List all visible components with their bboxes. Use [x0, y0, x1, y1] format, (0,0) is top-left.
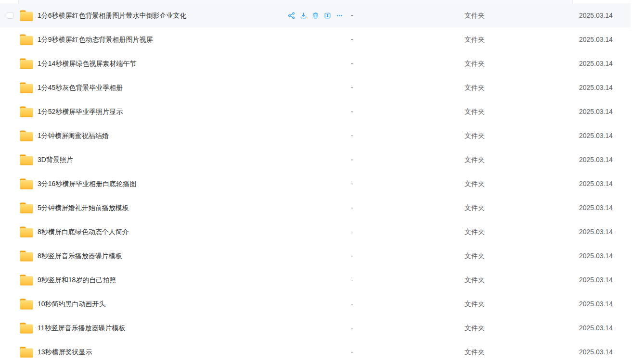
- folder-icon: [19, 81, 34, 94]
- table-row[interactable]: 3D背景照片 - 文件夹 2025.03.14 21:33: [0, 148, 631, 172]
- folder-icon: [19, 153, 34, 166]
- file-type: 文件夹: [464, 3, 485, 27]
- folder-icon: [19, 33, 34, 46]
- file-manager-page: 1分6秒横屏红色背景相册图片带水中倒影企业文化: [0, 0, 644, 362]
- file-type: 文件夹: [464, 51, 485, 75]
- row-actions: [288, 3, 343, 27]
- share-icon[interactable]: [288, 12, 295, 19]
- folder-icon: [19, 177, 34, 190]
- folder-icon: [19, 298, 34, 310]
- file-type: 文件夹: [464, 220, 485, 244]
- download-icon[interactable]: [300, 12, 307, 19]
- file-type: 文件夹: [464, 124, 485, 148]
- table-row[interactable]: 1分52秒横屏毕业季照片显示 - 文件夹 2025.03.14 21:33: [0, 100, 631, 124]
- folder-icon: [19, 57, 34, 70]
- file-size: -: [351, 3, 353, 27]
- file-type: 文件夹: [464, 292, 485, 316]
- file-size: -: [351, 220, 353, 244]
- file-size: -: [351, 75, 353, 100]
- file-table: 1分6秒横屏红色背景相册图片带水中倒影企业文化: [0, 3, 631, 362]
- table-row[interactable]: 1分45秒灰色背景毕业季相册 - 文件夹 2025.03.14 21:33: [0, 75, 631, 100]
- file-name[interactable]: 8秒横屏白底绿色动态个人简介: [38, 220, 129, 244]
- file-type: 文件夹: [464, 340, 485, 362]
- file-name[interactable]: 3D背景照片: [38, 148, 73, 172]
- file-type: 文件夹: [464, 75, 485, 100]
- file-type: 文件夹: [464, 27, 485, 51]
- file-size: -: [351, 27, 353, 51]
- file-name[interactable]: 8秒竖屏音乐播放器碟片模板: [38, 244, 122, 268]
- table-row[interactable]: 3分16秒横屏毕业相册白底轮播图 - 文件夹 2025.03.14 21:33: [0, 172, 631, 196]
- file-name[interactable]: 10秒简约黑白动画开头: [38, 292, 106, 316]
- more-icon[interactable]: [336, 12, 343, 19]
- file-name[interactable]: 1分45秒灰色背景毕业季相册: [38, 75, 123, 100]
- file-name[interactable]: 13秒横屏奖状显示: [38, 340, 92, 362]
- header-column-segment: [18, 0, 573, 3]
- folder-icon: [19, 250, 34, 262]
- file-size: -: [351, 268, 353, 292]
- file-name[interactable]: 1分9秒横屏红色动态背景相册图片视屏: [38, 27, 153, 51]
- folder-icon: [19, 274, 34, 286]
- file-date: 2025.03.14 21:33: [579, 340, 631, 362]
- file-size: -: [351, 100, 353, 124]
- rename-icon[interactable]: [324, 12, 331, 19]
- folder-icon: [19, 322, 34, 334]
- file-size: -: [351, 51, 353, 75]
- folder-icon: [19, 105, 34, 118]
- table-row[interactable]: 9秒竖屏和18岁的自己拍照 - 文件夹 2025.03.14 21:33: [0, 268, 631, 292]
- table-row[interactable]: 1分6秒横屏红色背景相册图片带水中倒影企业文化: [0, 3, 631, 27]
- table-row[interactable]: 5分钟横屏婚礼开始前播放模板 - 文件夹 2025.03.14 21:33: [0, 196, 631, 220]
- file-name[interactable]: 1分钟横屏闺蜜祝福结婚: [38, 124, 109, 148]
- file-size: -: [351, 196, 353, 220]
- file-type: 文件夹: [464, 196, 485, 220]
- table-row[interactable]: 1分14秒横屏绿色视屏素材端午节 - 文件夹 2025.03.14 21:33: [0, 51, 631, 75]
- file-name[interactable]: 11秒竖屏音乐播放器碟片模板: [38, 316, 126, 340]
- file-size: -: [351, 316, 353, 340]
- folder-icon: [19, 346, 34, 358]
- row-checkbox[interactable]: [7, 12, 13, 19]
- folder-icon: [19, 201, 34, 214]
- file-size: -: [351, 292, 353, 316]
- file-size: -: [351, 340, 353, 362]
- file-size: -: [351, 148, 353, 172]
- file-name[interactable]: 5分钟横屏婚礼开始前播放模板: [38, 196, 129, 220]
- file-type: 文件夹: [464, 316, 485, 340]
- folder-icon: [19, 225, 34, 238]
- table-row[interactable]: 11秒竖屏音乐播放器碟片模板 - 文件夹 2025.03.14 21:33: [0, 316, 631, 340]
- file-name[interactable]: 1分6秒横屏红色背景相册图片带水中倒影企业文化: [38, 3, 187, 27]
- table-row[interactable]: 1分钟横屏闺蜜祝福结婚 - 文件夹 2025.03.14 21:33: [0, 124, 631, 148]
- file-type: 文件夹: [464, 100, 485, 124]
- file-type: 文件夹: [464, 172, 485, 196]
- file-size: -: [351, 124, 353, 148]
- file-size: -: [351, 172, 353, 196]
- folder-icon: [19, 129, 34, 142]
- file-name[interactable]: 1分14秒横屏绿色视屏素材端午节: [38, 51, 136, 75]
- file-name[interactable]: 9秒竖屏和18岁的自己拍照: [38, 268, 116, 292]
- file-type: 文件夹: [464, 244, 485, 268]
- table-row[interactable]: 1分9秒横屏红色动态背景相册图片视屏 - 文件夹 2025.03.14 21:3…: [0, 27, 631, 51]
- file-name[interactable]: 3分16秒横屏毕业相册白底轮播图: [38, 172, 136, 196]
- table-row[interactable]: 8秒竖屏音乐播放器碟片模板 - 文件夹 2025.03.14 21:33: [0, 244, 631, 268]
- file-name[interactable]: 1分52秒横屏毕业季照片显示: [38, 100, 123, 124]
- file-type: 文件夹: [464, 148, 485, 172]
- table-row[interactable]: 8秒横屏白底绿色动态个人简介 - 文件夹 2025.03.14 21:33: [0, 220, 631, 244]
- table-header-cutoff: [0, 0, 644, 3]
- delete-icon[interactable]: [312, 12, 319, 19]
- folder-icon: [19, 9, 34, 22]
- table-row[interactable]: 10秒简约黑白动画开头 - 文件夹 2025.03.14 21:33: [0, 292, 631, 316]
- file-size: -: [351, 244, 353, 268]
- table-row[interactable]: 13秒横屏奖状显示 - 文件夹 2025.03.14 21:33: [0, 340, 631, 362]
- file-type: 文件夹: [464, 268, 485, 292]
